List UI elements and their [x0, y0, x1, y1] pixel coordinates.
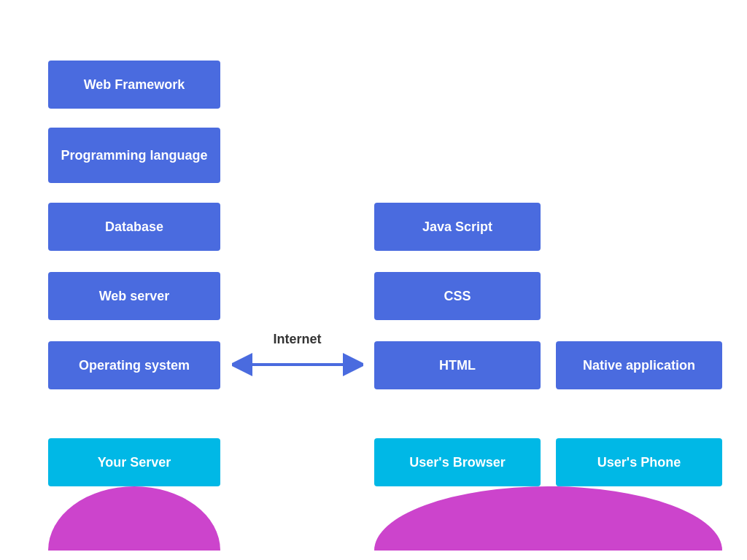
internet-section: Internet — [220, 332, 374, 378]
programming-language-box: Programming language — [48, 128, 220, 183]
server-side-semicircle: Server-side — [48, 486, 220, 551]
html-box: HTML — [374, 341, 541, 389]
internet-arrow-icon — [232, 351, 363, 378]
javascript-label: Java Script — [422, 219, 492, 235]
users-browser-label: User's Browser — [409, 455, 505, 470]
css-box: CSS — [374, 272, 541, 320]
native-application-box: Native application — [556, 341, 722, 389]
operating-system-box: Operating system — [48, 341, 220, 389]
internet-label: Internet — [220, 332, 374, 347]
operating-system-label: Operating system — [79, 358, 190, 373]
database-label: Database — [105, 219, 163, 235]
users-browser-box: User's Browser — [374, 438, 541, 486]
web-framework-label: Web Framework — [84, 77, 185, 93]
html-label: HTML — [439, 358, 476, 373]
css-label: CSS — [444, 289, 471, 304]
web-server-box: Web server — [48, 272, 220, 320]
users-phone-label: User's Phone — [597, 455, 681, 470]
your-server-label: Your Server — [98, 455, 171, 470]
diagram: Web Framework Programming language Datab… — [0, 0, 747, 560]
web-framework-box: Web Framework — [48, 61, 220, 109]
client-side-semicircle: Client-side — [374, 486, 722, 551]
native-application-label: Native application — [583, 358, 695, 373]
users-phone-box: User's Phone — [556, 438, 722, 486]
database-box: Database — [48, 203, 220, 251]
your-server-box: Your Server — [48, 438, 220, 486]
javascript-box: Java Script — [374, 203, 541, 251]
programming-language-label: Programming language — [61, 148, 207, 163]
web-server-label: Web server — [99, 289, 170, 304]
